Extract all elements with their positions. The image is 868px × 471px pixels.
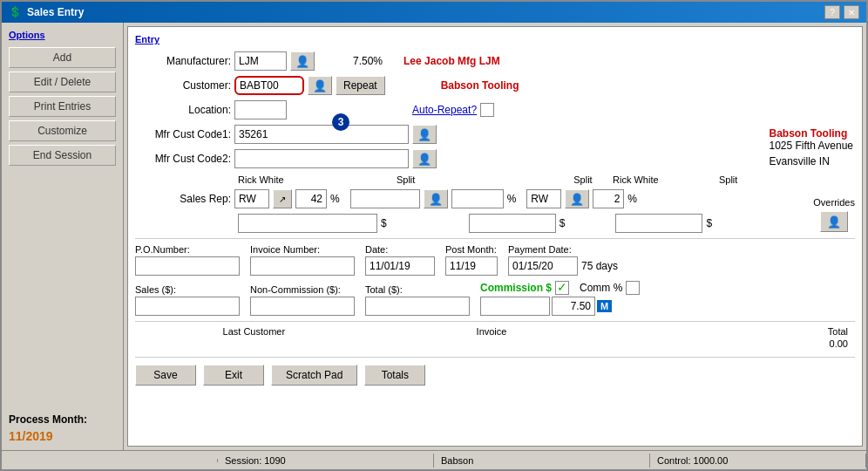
po-number-input[interactable] <box>135 256 240 276</box>
rep3-lookup-button[interactable]: 👤 <box>565 189 589 208</box>
days-value: 75 days <box>581 260 618 272</box>
rep3-code-input[interactable] <box>526 189 561 208</box>
commission-checkbox[interactable] <box>555 281 569 295</box>
invoice-number-input[interactable] <box>250 256 355 276</box>
customer-input[interactable] <box>234 76 304 95</box>
m-badge[interactable]: M <box>597 300 612 312</box>
post-month-input[interactable] <box>445 256 498 276</box>
location-row: Location: Auto-Repeat? <box>135 100 855 119</box>
total-col: Total ($): <box>365 284 470 316</box>
close-button[interactable]: ✕ <box>844 5 859 19</box>
rep1-code-input[interactable] <box>234 189 269 208</box>
repeat-button[interactable]: Repeat <box>336 76 385 95</box>
customer-label: Customer: <box>135 79 231 92</box>
auto-repeat-checkbox[interactable] <box>480 103 494 117</box>
mfr-cust-code2-lookup[interactable]: 👤 <box>412 149 437 168</box>
split-label-2: Split <box>488 174 593 185</box>
mfr-cust-code1-lookup[interactable]: 👤 <box>412 125 437 144</box>
mfr-cust-code2-input[interactable] <box>234 149 409 168</box>
sidebar: Options Add Edit / Delete Print Entries … <box>2 23 124 450</box>
print-entries-button[interactable]: Print Entries <box>9 96 116 117</box>
rep3-dollar-input[interactable] <box>615 214 702 233</box>
mfr-cust-code2-row: Mfr Cust Code2: 👤 <box>135 149 855 168</box>
comm-percent-input[interactable] <box>552 297 595 316</box>
totals-button[interactable]: Totals <box>364 365 425 386</box>
split-dollar-row: $ $ $ <box>238 214 855 233</box>
customer-row: Customer: 👤 Repeat Babson Tooling <box>135 76 855 95</box>
last-customer-values: 0.00 <box>135 338 855 350</box>
comm-percent-checkbox[interactable] <box>626 281 640 295</box>
invoice-number-label: Invoice Number: <box>250 244 355 255</box>
status-session-value: Session: 1090 <box>218 454 434 468</box>
location-input[interactable] <box>234 100 287 119</box>
percent-1: % <box>330 193 340 205</box>
non-commission-input[interactable] <box>250 297 355 316</box>
mfr-cust-code1-row: Mfr Cust Code1: 👤 <box>135 125 855 144</box>
sales-label: Sales ($): <box>135 284 240 295</box>
po-number-label: P.O.Number: <box>135 244 240 255</box>
mfr-cust-code2-label: Mfr Cust Code2: <box>135 153 231 165</box>
badge-3: 3 <box>332 113 349 131</box>
overrides-label: Overrides <box>813 197 855 208</box>
manufacturer-input[interactable] <box>234 51 287 71</box>
person-icon-2: 👤 <box>313 79 327 92</box>
rep2-dollar-input[interactable] <box>469 214 556 233</box>
save-button[interactable]: Save <box>135 365 196 386</box>
rep1-split-input[interactable] <box>295 189 327 208</box>
sales-input[interactable] <box>135 297 240 316</box>
total-value: 0.00 <box>670 338 856 350</box>
percent-3: % <box>627 193 637 205</box>
invoice-col: Invoice Number: <box>250 244 355 276</box>
location-label: Location: <box>135 104 231 116</box>
exit-button[interactable]: Exit <box>203 365 264 386</box>
total-col-header: Total <box>610 325 855 338</box>
dollar-3: $ <box>706 217 712 229</box>
process-month-value: 11/2019 <box>9 429 116 443</box>
scratch-pad-button[interactable]: Scratch Pad <box>271 365 357 386</box>
process-month-section: Process Month: 11/2019 <box>9 413 116 443</box>
edit-delete-button[interactable]: Edit / Delete <box>9 72 116 92</box>
mfr-cust-code1-input[interactable] <box>234 125 409 144</box>
rep2-split-input[interactable] <box>451 189 504 208</box>
status-customer: Babson <box>434 454 650 468</box>
sales-section: Sales ($): Non-Commission ($): Total ($)… <box>135 281 855 316</box>
company-city: Evansville IN <box>769 155 853 167</box>
customize-button[interactable]: Customize <box>9 120 116 141</box>
manufacturer-lookup-button[interactable]: 👤 <box>290 51 315 71</box>
status-control: Control: 1000.00 <box>650 454 866 468</box>
person-icon-5: 👤 <box>429 193 443 206</box>
manufacturer-percent: 7.50% <box>353 55 383 67</box>
payment-date-input[interactable] <box>508 256 578 276</box>
status-session <box>2 459 218 462</box>
person-icon-6: 👤 <box>570 193 584 206</box>
process-month-label: Process Month: <box>9 413 116 426</box>
entry-header: Entry <box>135 34 855 44</box>
commission-col: Commission $ Comm % M <box>480 281 640 316</box>
po-section: P.O.Number: Invoice Number: Date: Post M… <box>135 244 855 276</box>
commission-section: Commission $ Comm % <box>480 281 640 295</box>
payment-date-col: Payment Date: 75 days <box>508 244 618 276</box>
add-button[interactable]: Add <box>9 47 116 68</box>
split-label-1: Split <box>380 174 415 185</box>
rep1-arrow-button[interactable]: ↗ <box>273 189 292 208</box>
rep3-split-input[interactable] <box>593 189 624 208</box>
customer-lookup-button[interactable]: 👤 <box>308 76 332 95</box>
bottom-buttons: Save Exit Scratch Pad Totals <box>135 357 855 386</box>
manufacturer-row: Manufacturer: 👤 7.50% Lee Jacob Mfg LJM <box>135 51 855 71</box>
overrides-lookup-button[interactable]: 👤 <box>820 211 848 232</box>
total-input[interactable] <box>365 297 470 316</box>
total-display: 0.00 <box>830 338 848 349</box>
help-button[interactable]: ? <box>824 5 840 19</box>
sales-rep-row: Sales Rep: ↗ % 👤 % 👤 % <box>135 189 855 208</box>
auto-repeat-link[interactable]: Auto-Repeat? <box>412 104 477 116</box>
date-input[interactable] <box>365 256 435 276</box>
rep1-dollar-input[interactable] <box>238 214 377 233</box>
status-bar: Session: 1090 Babson Control: 1000.00 <box>2 450 866 469</box>
window-icon: 💲 <box>9 6 22 18</box>
rep2-lookup-button[interactable]: 👤 <box>424 189 448 208</box>
rep2-middle-input[interactable] <box>350 189 420 208</box>
end-session-button[interactable]: End Session <box>9 145 116 166</box>
babson-tooling: Babson Tooling <box>441 79 519 92</box>
commission-input[interactable] <box>480 297 550 316</box>
po-col: P.O.Number: <box>135 244 240 276</box>
